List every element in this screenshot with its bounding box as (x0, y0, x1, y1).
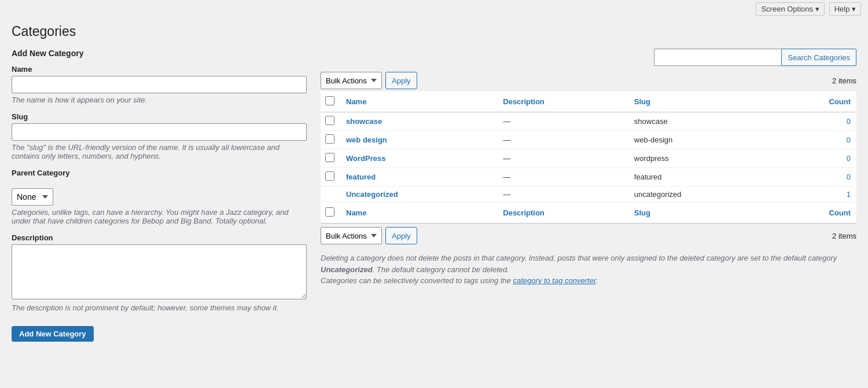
col-footer-slug[interactable]: Slug (628, 203, 774, 224)
search-bar-row: Search Categories (321, 49, 856, 66)
parent-select[interactable]: None (12, 188, 53, 206)
row-checkbox-cell (321, 186, 340, 203)
row-name-cell: WordPress (340, 149, 497, 168)
row-slug-cell: featured (628, 168, 774, 186)
row-name-link[interactable]: web design (346, 136, 387, 144)
row-name-cell: web design (340, 131, 497, 149)
row-count-cell: 0 (774, 149, 857, 168)
table-row: featured — featured 0 (321, 168, 856, 186)
footer-note1: Deleting a category does not delete the … (321, 254, 837, 262)
description-textarea[interactable] (12, 244, 307, 299)
row-checkbox[interactable] (325, 116, 334, 125)
description-hint: The description is not prominent by defa… (12, 303, 307, 312)
page-wrapper: Categories Add New Category Name The nam… (0, 18, 868, 353)
row-name-cell: Uncategorized (340, 186, 497, 203)
row-count-link[interactable]: 0 (847, 173, 851, 181)
category-to-tag-link[interactable]: category to tag converter (513, 276, 595, 285)
row-description-cell: — (497, 149, 628, 168)
col-header-count[interactable]: Count (774, 91, 857, 112)
select-all-footer (321, 203, 340, 224)
categories-panel: Search Categories Bulk Actions Delete Ap… (321, 49, 856, 287)
row-name-link[interactable]: Uncategorized (346, 190, 398, 199)
row-name-link[interactable]: WordPress (346, 154, 385, 163)
row-checkbox[interactable] (325, 171, 334, 181)
bulk-actions-bottom-select[interactable]: Bulk Actions Delete (321, 227, 382, 244)
parent-field-group: Parent Category None Categories, unlike … (12, 169, 307, 225)
categories-table: Name Description Slug Count showcase — s… (321, 91, 856, 224)
row-name-link[interactable]: featured (346, 173, 376, 181)
row-checkbox-cell (321, 168, 340, 186)
row-slug-cell: showcase (628, 112, 774, 131)
page-title: Categories (12, 24, 856, 39)
items-count-top: 2 items (832, 76, 856, 85)
top-actions-row: Bulk Actions Delete Apply 2 items (321, 72, 856, 89)
footer-note: Deleting a category does not delete the … (321, 252, 856, 287)
footer-note2-end: . (596, 276, 598, 285)
search-categories-button[interactable]: Search Categories (781, 49, 856, 66)
row-count-link[interactable]: 1 (847, 190, 851, 199)
table-header-row: Name Description Slug Count (321, 91, 856, 112)
row-count-link[interactable]: 0 (847, 117, 851, 126)
row-checkbox[interactable] (325, 153, 334, 162)
apply-bottom-button[interactable]: Apply (385, 227, 417, 244)
slug-label: Slug (12, 112, 307, 121)
help-button[interactable]: Help ▾ (829, 2, 861, 16)
apply-top-button[interactable]: Apply (385, 72, 417, 89)
slug-hint: The "slug" is the URL-friendly version o… (12, 143, 307, 160)
top-actions-left: Bulk Actions Delete Apply (321, 72, 417, 89)
name-input[interactable] (12, 76, 307, 93)
row-name-link[interactable]: showcase (346, 117, 382, 126)
select-all-footer-checkbox[interactable] (325, 207, 334, 217)
row-description-cell: — (497, 168, 628, 186)
add-new-category-button[interactable]: Add New Category (12, 326, 94, 342)
row-count-cell: 0 (774, 168, 857, 186)
col-header-name[interactable]: Name (340, 91, 497, 112)
row-name-cell: featured (340, 168, 497, 186)
top-bar: Screen Options ▾ Help ▾ (0, 0, 868, 18)
bottom-actions-left: Bulk Actions Delete Apply (321, 227, 417, 244)
select-all-header (321, 91, 340, 112)
table-row: web design — web-design 0 (321, 131, 856, 149)
screen-options-button[interactable]: Screen Options ▾ (756, 2, 824, 16)
name-hint: The name is how it appears on your site. (12, 96, 307, 104)
col-header-description[interactable]: Description (497, 91, 628, 112)
row-count-link[interactable]: 0 (847, 136, 851, 144)
row-checkbox[interactable] (325, 134, 334, 144)
add-new-title: Add New Category (12, 49, 307, 58)
name-label: Name (12, 65, 307, 74)
row-checkbox-cell (321, 149, 340, 168)
row-count-link[interactable]: 0 (847, 154, 851, 163)
bottom-actions-row: Bulk Actions Delete Apply 2 items (321, 227, 856, 244)
search-input[interactable] (654, 49, 781, 66)
row-count-cell: 0 (774, 131, 857, 149)
table-footer-row: Name Description Slug Count (321, 203, 856, 224)
table-row: Uncategorized — uncategorized 1 (321, 186, 856, 203)
col-footer-name[interactable]: Name (340, 203, 497, 224)
description-field-group: Description The description is not promi… (12, 233, 307, 312)
row-name-cell: showcase (340, 112, 497, 131)
row-slug-cell: wordpress (628, 149, 774, 168)
row-slug-cell: uncategorized (628, 186, 774, 203)
row-description-cell: — (497, 186, 628, 203)
slug-input[interactable] (12, 123, 307, 141)
footer-note2: Categories can be selectively converted … (321, 276, 513, 285)
name-field-group: Name The name is how it appears on your … (12, 65, 307, 104)
parent-hint: Categories, unlike tags, can have a hier… (12, 208, 307, 225)
row-description-cell: — (497, 112, 628, 131)
items-count-bottom: 2 items (832, 232, 856, 240)
main-layout: Add New Category Name The name is how it… (12, 49, 856, 342)
row-slug-cell: web-design (628, 131, 774, 149)
description-label: Description (12, 233, 307, 242)
col-footer-count[interactable]: Count (774, 203, 857, 224)
row-description-cell: — (497, 131, 628, 149)
table-row: showcase — showcase 0 (321, 112, 856, 131)
slug-field-group: Slug The "slug" is the URL-friendly vers… (12, 112, 307, 160)
parent-label: Parent Category (12, 169, 307, 177)
col-footer-description[interactable]: Description (497, 203, 628, 224)
select-all-checkbox[interactable] (325, 96, 334, 105)
footer-note1-end: . The default category cannot be deleted… (373, 265, 509, 274)
col-header-slug[interactable]: Slug (628, 91, 774, 112)
row-checkbox-cell (321, 131, 340, 149)
bulk-actions-top-select[interactable]: Bulk Actions Delete (321, 72, 382, 89)
row-count-cell: 1 (774, 186, 857, 203)
